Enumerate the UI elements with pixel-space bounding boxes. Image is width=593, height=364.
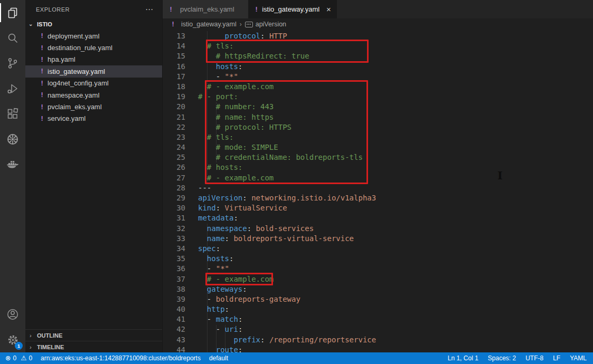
line-number: 31	[163, 213, 185, 223]
file-item[interactable]: !destination_rule.yaml	[25, 42, 162, 53]
tab-label: istio_gateway.yaml	[262, 5, 319, 13]
file-item[interactable]: !log4net_config.yaml	[25, 78, 162, 89]
line-text: spec:	[185, 244, 220, 254]
code-line[interactable]: 30kind: VirtualService	[163, 203, 593, 213]
line-number: 13	[163, 31, 185, 41]
code-lines: 13 protocol: HTTP14 # tls:15 # httpsRedi…	[163, 31, 593, 352]
status-item[interactable]: LF	[553, 355, 560, 362]
code-line[interactable]: 31metadata:	[163, 213, 593, 223]
yaml-warning-icon: !	[40, 115, 48, 122]
panel-outline-label: OUTLINE	[37, 332, 62, 339]
tab-istio-gateway[interactable]: ! istio_gateway.yaml ×	[248, 0, 337, 18]
status-label: arn:aws:eks:us-east-1:142887710098:clust…	[41, 355, 201, 362]
status-item[interactable]: Spaces: 2	[488, 355, 516, 362]
activity-run-debug[interactable]	[0, 76, 25, 101]
extensions-icon	[6, 108, 19, 120]
line-number: 39	[163, 294, 185, 304]
panel-outline[interactable]: › OUTLINE	[25, 329, 162, 341]
code-line[interactable]: 43 prefix: /reporting/reportservice	[163, 335, 593, 345]
yaml-warning-icon: !	[171, 21, 178, 28]
activity-kubernetes[interactable]	[0, 127, 25, 152]
breadcrumb-file[interactable]: istio_gateway.yaml	[181, 21, 237, 28]
line-text: ---	[185, 183, 211, 193]
highlight-box	[205, 273, 273, 285]
activity-settings[interactable]: 1	[0, 327, 25, 352]
code-line[interactable]: 41 - match:	[163, 314, 593, 324]
yaml-warning-icon: !	[40, 80, 48, 87]
symbol-key-icon	[245, 22, 253, 27]
file-label: destination_rule.yaml	[48, 44, 112, 52]
file-item[interactable]: !pvclaim_eks.yaml	[25, 101, 162, 112]
line-number: 41	[163, 314, 185, 324]
warning-icon: ⚠	[21, 355, 26, 362]
code-line[interactable]: 39 - boldreports-gateway	[163, 294, 593, 304]
code-line[interactable]: 42 - uri:	[163, 324, 593, 334]
highlight-box	[205, 80, 368, 184]
line-number: 21	[163, 112, 185, 122]
kubernetes-wheel-icon	[6, 132, 20, 146]
status-item[interactable]: ⊗0	[5, 355, 16, 362]
status-bar: ⊗0⚠0arn:aws:eks:us-east-1:142887710098:c…	[0, 352, 593, 364]
status-item[interactable]: UTF-8	[525, 355, 543, 362]
line-number: 23	[163, 132, 185, 142]
code-line[interactable]: 35 hosts:	[163, 254, 593, 264]
code-line[interactable]: 40 http:	[163, 304, 593, 314]
code-line[interactable]: 38 gateways:	[163, 284, 593, 294]
file-item[interactable]: !hpa.yaml	[25, 54, 162, 65]
activity-source-control[interactable]	[0, 51, 25, 76]
breadcrumb-symbol[interactable]: apiVersion	[256, 21, 286, 28]
close-icon[interactable]: ×	[326, 5, 331, 14]
status-left: ⊗0⚠0arn:aws:eks:us-east-1:142887710098:c…	[5, 355, 237, 362]
more-actions-icon[interactable]: ⋯	[143, 5, 156, 14]
panel-timeline[interactable]: › TIMELINE	[25, 341, 162, 352]
code-line[interactable]: 16 hosts:	[163, 62, 593, 72]
file-item[interactable]: !service.yaml	[25, 113, 162, 124]
activity-accounts[interactable]	[0, 302, 25, 327]
line-text: metadata:	[185, 213, 238, 223]
file-label: deployment.yaml	[48, 32, 99, 40]
code-editor[interactable]: 13 protocol: HTTP14 # tls:15 # httpsRedi…	[163, 30, 593, 352]
account-icon	[6, 308, 20, 321]
tab-label: pvclaim_eks.yaml	[180, 5, 234, 13]
line-number: 33	[163, 234, 185, 244]
line-text: - uri:	[185, 324, 242, 334]
code-line[interactable]: 33 name: boldreports-virtual-service	[163, 234, 593, 244]
mouse-text-cursor: I	[497, 169, 503, 182]
sidebar-panels: › OUTLINE › TIMELINE	[25, 329, 162, 352]
code-line[interactable]: 32 namespace: bold-services	[163, 224, 593, 234]
file-item[interactable]: !istio_gateway.yaml	[25, 65, 162, 77]
activity-explorer[interactable]	[0, 0, 25, 25]
yaml-warning-icon: !	[40, 103, 48, 111]
status-label: UTF-8	[525, 355, 543, 362]
file-label: namespace.yaml	[48, 91, 99, 99]
status-item[interactable]: ⚠0	[21, 355, 32, 362]
status-item[interactable]: YAML	[570, 355, 587, 362]
line-text: apiVersion: networking.istio.io/v1alpha3	[185, 193, 376, 203]
activity-extensions[interactable]	[0, 101, 25, 127]
search-icon	[6, 32, 19, 44]
activity-search[interactable]	[0, 25, 25, 51]
yaml-warning-icon: !	[40, 56, 48, 63]
code-line[interactable]: 34spec:	[163, 244, 593, 254]
folder-section-header[interactable]: ⌄ ISTIO	[25, 18, 162, 30]
folder-section-label: ISTIO	[37, 21, 52, 27]
line-number: 38	[163, 284, 185, 294]
yaml-warning-icon: !	[40, 91, 48, 99]
file-item[interactable]: !namespace.yaml	[25, 89, 162, 101]
status-label: 0	[13, 355, 16, 362]
highlight-box	[206, 40, 369, 62]
status-item[interactable]: arn:aws:eks:us-east-1:142887710098:clust…	[41, 355, 201, 362]
code-line[interactable]: 29apiVersion: networking.istio.io/v1alph…	[163, 193, 593, 203]
status-item[interactable]: Ln 1, Col 1	[448, 355, 478, 362]
chevron-right-icon: ›	[30, 332, 37, 339]
code-line[interactable]: 44 route:	[163, 345, 593, 352]
line-number: 20	[163, 102, 185, 112]
tab-pvclaim-eks[interactable]: ! pvclaim_eks.yaml	[163, 0, 248, 18]
status-item[interactable]: default	[209, 355, 228, 362]
code-line[interactable]: 28---	[163, 183, 593, 193]
activity-docker[interactable]	[0, 152, 25, 177]
line-text: - boldreports-gateway	[185, 294, 300, 304]
line-number: 22	[163, 122, 185, 132]
file-item[interactable]: !deployment.yaml	[25, 30, 162, 42]
line-number: 25	[163, 152, 185, 162]
